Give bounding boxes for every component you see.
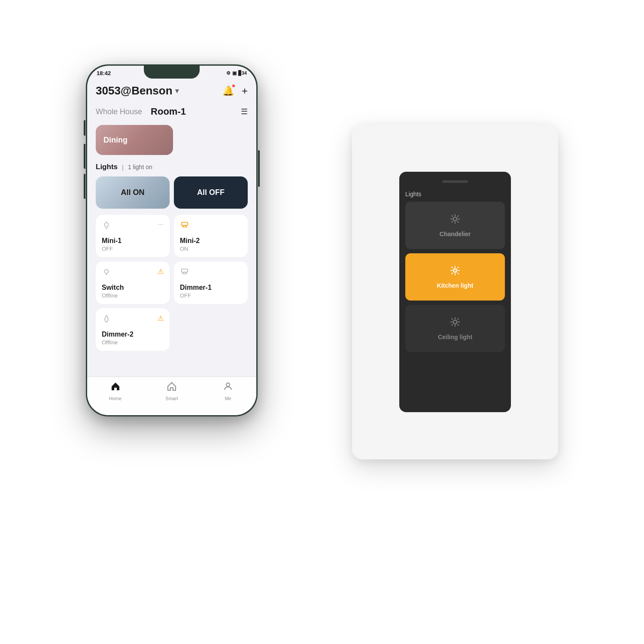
all-off-button[interactable]: All OFF [174, 176, 248, 209]
nav-me[interactable]: Me [200, 381, 256, 401]
notification-button[interactable]: 🔔 [222, 85, 234, 97]
chandelier-icon [450, 213, 461, 227]
mute-button[interactable] [84, 120, 85, 136]
app-title[interactable]: 3053@Benson ▾ [96, 84, 179, 97]
home-name: 3053@Benson [96, 84, 173, 97]
dimmer1-icon [180, 267, 189, 279]
bottom-nav: Home Smart [87, 377, 256, 415]
me-nav-label: Me [225, 396, 231, 401]
all-on-button[interactable]: All ON [96, 176, 170, 209]
svg-point-34 [453, 320, 457, 324]
nav-smart[interactable]: Smart [143, 381, 200, 401]
kitchen-light-button[interactable]: Kitchen light [405, 253, 505, 301]
mini2-status: ON [180, 246, 242, 252]
svg-line-42 [457, 319, 459, 320]
lights-header: Lights | 1 light on [96, 163, 248, 171]
wall-plate: Lights [352, 125, 558, 459]
svg-line-24 [457, 216, 459, 217]
svg-line-32 [452, 273, 453, 274]
switch-section-label: Lights [405, 191, 421, 197]
dimmer2-badge: ⚠ [158, 314, 164, 322]
svg-point-16 [453, 217, 457, 221]
tab-whole-house[interactable]: Whole House [96, 106, 142, 118]
svg-line-19 [452, 216, 453, 217]
home-nav-icon [110, 381, 121, 394]
svg-line-33 [457, 267, 459, 268]
room-tabs: Whole House Room-1 ☰ [96, 104, 248, 119]
add-button[interactable]: + [242, 85, 248, 97]
smart-nav-icon [167, 381, 177, 394]
status-icons: ⚙ ▣ ▊34 [226, 70, 247, 76]
lights-status: 1 light on [128, 164, 152, 170]
svg-line-29 [457, 273, 459, 274]
mini1-name: Mini-1 [102, 237, 164, 245]
svg-point-0 [104, 223, 108, 227]
phone-notch [144, 66, 200, 79]
switch-status: Offline [102, 292, 164, 299]
battery-icon: ▊34 [238, 70, 247, 76]
power-button[interactable] [258, 150, 260, 187]
svg-line-37 [452, 319, 453, 320]
ceiling-light-label: Ceiling light [438, 334, 472, 340]
tab-room1[interactable]: Room-1 [151, 104, 186, 119]
device-card-dimmer1[interactable]: Dimmer-1 OFF [174, 261, 248, 304]
switch-device: Lights [399, 172, 511, 412]
dropdown-arrow-icon: ▾ [175, 87, 179, 95]
svg-line-41 [452, 324, 453, 325]
svg-point-25 [453, 269, 457, 273]
mini1-badge: ··· [158, 221, 164, 228]
chandelier-button[interactable]: Chandelier [405, 202, 505, 249]
header-icons: 🔔 + [222, 85, 248, 97]
svg-line-28 [452, 267, 453, 268]
device-grid: ··· Mini-1 OFF [96, 215, 248, 304]
svg-point-9 [104, 270, 108, 273]
smart-nav-label: Smart [165, 396, 178, 401]
device-card-mini1[interactable]: ··· Mini-1 OFF [96, 215, 170, 257]
menu-icon[interactable]: ☰ [241, 107, 248, 116]
mini2-name: Mini-2 [180, 237, 242, 245]
kitchen-light-icon [450, 265, 461, 279]
dimmer1-status: OFF [180, 292, 242, 299]
dining-label: Dining [103, 136, 128, 145]
switch-icon [102, 267, 111, 279]
home-nav-label: Home [109, 396, 122, 401]
mini1-status: OFF [102, 246, 164, 252]
svg-line-38 [457, 324, 459, 325]
lights-title: Lights [96, 163, 118, 171]
svg-point-15 [226, 383, 230, 386]
nav-home[interactable]: Home [87, 381, 143, 401]
svg-rect-5 [182, 222, 188, 225]
speaker-grille [442, 180, 468, 183]
me-nav-icon [223, 381, 233, 394]
svg-line-20 [457, 221, 459, 222]
dining-card[interactable]: Dining [96, 125, 173, 155]
device-card-switch[interactable]: ⚠ Switch Offline [96, 261, 170, 304]
dimmer1-name: Dimmer-1 [180, 284, 242, 292]
phone: 18:42 ⚙ ▣ ▊34 3053@Benson ▾ [86, 64, 258, 416]
svg-line-4 [108, 228, 108, 228]
switch-badge: ⚠ [158, 267, 164, 276]
volume-down-button[interactable] [84, 174, 85, 199]
device-card-mini2[interactable]: Mini-2 ON [174, 215, 248, 257]
settings-icon: ⚙ [226, 70, 231, 76]
mini1-icon [102, 221, 111, 233]
svg-line-23 [452, 221, 453, 222]
ceiling-light-button[interactable]: Ceiling light [405, 305, 505, 352]
switch-name: Switch [102, 284, 164, 292]
kitchen-light-label: Kitchen light [437, 282, 474, 289]
scene-buttons: All ON All OFF [96, 176, 248, 209]
app-header: 3053@Benson ▾ 🔔 + [96, 80, 248, 104]
dimmer2-icon [102, 314, 111, 326]
chandelier-label: Chandelier [440, 231, 471, 237]
volume-up-button[interactable] [84, 144, 85, 169]
camera-icon: ▣ [232, 70, 237, 76]
dimmer2-status: Offline [102, 339, 164, 346]
svg-line-3 [105, 228, 105, 228]
device-card-dimmer2[interactable]: ⚠ Dimmer-2 Offline [96, 308, 170, 351]
ceiling-light-icon [450, 316, 461, 330]
lights-divider: | [122, 164, 124, 171]
svg-rect-11 [182, 269, 188, 272]
mini2-icon [180, 221, 189, 233]
status-time: 18:42 [97, 70, 111, 76]
notification-badge [232, 84, 235, 88]
